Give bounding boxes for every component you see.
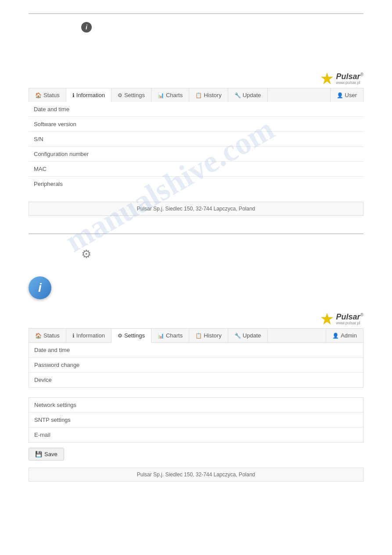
nav-update-label-2: Update — [243, 332, 261, 339]
nav-history-2[interactable]: 📋 History — [189, 329, 228, 342]
panel2-settings-group2: Network settings SNTP settings E-mail — [29, 397, 363, 443]
settings-row-network: Network settings — [29, 398, 363, 413]
nav-admin-label-2: Admin — [341, 332, 357, 339]
history-nav-icon-2: 📋 — [195, 333, 202, 339]
panel1-logo: Pulsar® www.pulsar.pl — [320, 72, 363, 85]
gear-icon-area: ⚙ — [0, 243, 392, 268]
nav-update-label-1: Update — [243, 92, 261, 98]
panel2-logo-area: Pulsar® www.pulsar.pl — [0, 312, 392, 328]
panel1-info-table: Date and time Software version S/N Confi… — [29, 102, 363, 191]
panel2-nav: 🏠 Status ℹ Information ⚙ Settings 📊 Char… — [29, 328, 363, 342]
nav-status-2[interactable]: 🏠 Status — [29, 329, 66, 342]
nav-status-1[interactable]: 🏠 Status — [29, 88, 66, 102]
nav-admin-2[interactable]: 👤 Admin — [326, 329, 363, 342]
nav-settings-label-1: Settings — [124, 92, 145, 98]
home-icon-2: 🏠 — [35, 333, 42, 339]
user-nav-icon-1: 👤 — [337, 92, 343, 98]
history-nav-icon-1: 📋 — [195, 92, 202, 98]
update-nav-icon-1: 🔧 — [234, 92, 241, 98]
pulsar-url: www.pulsar.pl — [336, 80, 360, 85]
page-wrapper: manualshive.com i Pulsar® www.pulsar.pl … — [0, 0, 392, 555]
info-row-config: Configuration number — [29, 147, 363, 162]
nav-user-label-1: User — [345, 92, 357, 98]
info-row-sn: S/N — [29, 132, 363, 147]
nav-charts-label-1: Charts — [166, 92, 183, 98]
pulsar-name: Pulsar® — [336, 73, 363, 80]
nav-status-label-2: Status — [43, 332, 60, 339]
update-nav-icon-2: 🔧 — [234, 333, 241, 339]
info-nav-icon-1: ℹ — [72, 92, 75, 98]
save-icon: 💾 — [35, 451, 42, 457]
nav-update-2[interactable]: 🔧 Update — [228, 329, 268, 342]
admin-nav-icon-2: 👤 — [332, 333, 339, 339]
pulsar-star-icon-2 — [320, 312, 334, 326]
pulsar-brand: Pulsar® www.pulsar.pl — [336, 73, 363, 85]
home-icon-1: 🏠 — [35, 92, 42, 98]
charts-nav-icon-2: 📊 — [158, 333, 164, 339]
nav-information-2[interactable]: ℹ Information — [66, 329, 111, 342]
info-row-peripherals: Peripherals — [29, 177, 363, 191]
pulsar-star-icon — [320, 72, 334, 85]
panel2-logo: Pulsar® www.pulsar.pl — [320, 312, 363, 326]
settings-row-datetime: Date and time — [29, 343, 363, 358]
pulsar-trademark: ® — [360, 72, 363, 77]
nav-status-label-1: Status — [43, 92, 60, 98]
group-spacer — [0, 393, 392, 397]
settings-row-device: Device — [29, 373, 363, 387]
panel2-pulsar-url: www.pulsar.pl — [336, 321, 360, 325]
nav-charts-label-2: Charts — [166, 332, 183, 339]
nav-settings-2[interactable]: ⚙ Settings — [111, 329, 151, 343]
info-icon-top: i — [81, 22, 92, 33]
info-row-mac: MAC — [29, 162, 363, 177]
charts-nav-icon-1: 📊 — [158, 92, 164, 98]
panel2-trademark: ® — [360, 312, 363, 317]
svg-marker-1 — [321, 313, 333, 324]
panel2-footer: Pulsar Sp.j. Siedlec 150, 32-744 Lapczyc… — [29, 468, 363, 482]
panel2-brand: Pulsar® www.pulsar.pl — [336, 313, 363, 325]
nav-charts-2[interactable]: 📊 Charts — [151, 329, 189, 342]
nav-information-label-2: Information — [76, 332, 105, 339]
info-bubble-area: i — [0, 268, 392, 308]
panel1-nav: 🏠 Status ℹ Information ⚙ Settings 📊 Char… — [29, 88, 363, 102]
info-row-software: Software version — [29, 117, 363, 132]
panel1-footer: Pulsar Sp.j. Siedlec 150, 32-744 Lapczyc… — [29, 202, 363, 216]
nav-update-1[interactable]: 🔧 Update — [228, 88, 268, 102]
panel1-logo-area: Pulsar® www.pulsar.pl — [0, 72, 392, 88]
gear-icon: ⚙ — [81, 247, 91, 261]
nav-information-1[interactable]: ℹ Information — [66, 88, 111, 102]
gear-nav-icon-2: ⚙ — [118, 333, 122, 339]
save-button-area: 💾 Save — [29, 448, 363, 461]
save-button[interactable]: 💾 Save — [29, 448, 64, 461]
info-icon-area-top: i — [0, 14, 392, 37]
nav-settings-label-2: Settings — [124, 332, 145, 339]
panel2-pulsar-name: Pulsar® — [336, 313, 363, 321]
nav-history-label-1: History — [204, 92, 221, 98]
settings-row-email: E-mail — [29, 428, 363, 442]
svg-marker-0 — [321, 73, 333, 84]
nav-information-label-1: Information — [76, 92, 105, 98]
nav-user-1[interactable]: 👤 User — [330, 88, 363, 102]
info-bubble-icon: i — [29, 276, 51, 299]
info-nav-icon-2: ℹ — [72, 333, 75, 339]
settings-row-password: Password change — [29, 358, 363, 373]
nav-history-1[interactable]: 📋 History — [189, 88, 228, 102]
gear-nav-icon-1: ⚙ — [118, 92, 122, 98]
settings-row-sntp: SNTP settings — [29, 413, 363, 428]
middle-rule — [29, 233, 363, 234]
nav-settings-1[interactable]: ⚙ Settings — [111, 88, 151, 102]
panel2-settings-group1: Date and time Password change Device — [29, 342, 363, 388]
spacer-1 — [29, 196, 363, 202]
nav-charts-1[interactable]: 📊 Charts — [151, 88, 189, 102]
nav-history-label-2: History — [204, 332, 221, 339]
info-row-datetime: Date and time — [29, 102, 363, 117]
